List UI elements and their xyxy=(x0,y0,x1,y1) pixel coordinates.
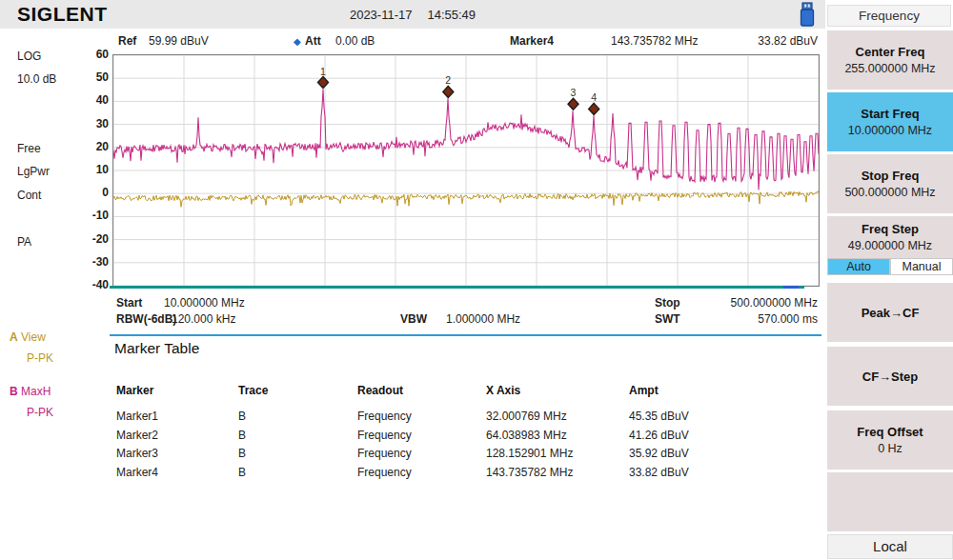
usb-icon xyxy=(797,2,818,28)
y-axis-tick: 0 xyxy=(80,186,109,199)
y-axis-tick: -40 xyxy=(80,278,109,291)
ref-label: Ref xyxy=(118,34,136,48)
amp-scale-type-label: LOG xyxy=(17,50,41,63)
trace-b-status: B MaxH xyxy=(10,385,51,398)
cell: 128.152901 MHz xyxy=(486,447,629,466)
start-label: Start xyxy=(116,296,142,310)
cf-to-step-button[interactable]: CF→Step xyxy=(827,347,953,406)
detector-mode-label: LgPwr xyxy=(17,165,50,178)
freq-step-mode-toggle: Auto Manual xyxy=(827,258,953,275)
cell: 143.735782 MHz xyxy=(486,466,629,485)
center-freq-button[interactable]: Center Freq 255.000000 MHz xyxy=(827,30,953,90)
stop-value: 500.000000 MHz xyxy=(713,296,818,310)
y-axis-tick: -20 xyxy=(80,232,109,246)
y-axis-tick: 10 xyxy=(80,163,109,176)
datetime: 2023-11-1714:55:49 xyxy=(0,8,825,22)
button-title: Peak→CF xyxy=(827,306,953,320)
cell: Marker2 xyxy=(116,429,238,448)
button-value: 49.000000 MHz xyxy=(827,239,953,252)
blank-softkey[interactable] xyxy=(827,472,953,531)
freq-step-button[interactable]: Freq Step 49.000000 MHz xyxy=(827,216,953,258)
y-axis-tick: 60 xyxy=(80,48,109,61)
button-title: Start Freq xyxy=(827,107,953,121)
button-value: 255.000000 MHz xyxy=(827,62,953,75)
marker-table-title: Marker Table xyxy=(114,340,199,357)
cell: B xyxy=(238,410,357,429)
softkey-menu: Frequency Center Freq 255.000000 MHz Sta… xyxy=(825,0,953,560)
cell: Frequency xyxy=(357,466,486,485)
cell: 32.000769 MHz xyxy=(486,410,629,429)
col-header: X Axis xyxy=(486,384,629,410)
y-axis-tick: 50 xyxy=(80,70,109,84)
cell: B xyxy=(238,466,357,485)
col-header: Trace xyxy=(238,384,357,410)
spectrum-analyzer-screen: SIGLENT 2023-11-1714:55:49 LOG 10.0 dB F… xyxy=(0,0,953,560)
cell: 45.35 dBuV xyxy=(629,410,753,429)
y-axis-tick: -10 xyxy=(80,209,109,222)
marker-diamond-3[interactable] xyxy=(568,98,578,110)
trace-b-mode: MaxH xyxy=(21,385,51,398)
att-label: Att xyxy=(305,34,321,48)
table-row: Marker1 B Frequency 32.000769 MHz 45.35 … xyxy=(116,410,802,429)
trace-b-id: B xyxy=(10,385,18,398)
col-header: Ampt xyxy=(629,384,753,410)
trace-a-detector: P-PK xyxy=(27,351,53,365)
button-title: CF→Step xyxy=(827,370,953,384)
start-freq-button[interactable]: Start Freq 10.000000 MHz xyxy=(827,92,953,151)
button-value: 0 Hz xyxy=(827,442,953,455)
cell: B xyxy=(238,447,357,466)
vbw-value: 1.000000 MHz xyxy=(446,312,520,326)
marker-table: Marker Trace Readout X Axis Ampt Marker1… xyxy=(116,384,802,485)
active-marker-ampt: 33.82 dBuV xyxy=(741,34,818,48)
preamp-label: PA xyxy=(17,235,31,249)
rbw-value: 120.000 kHz xyxy=(172,312,235,326)
table-row: Marker4 B Frequency 143.735782 MHz 33.82… xyxy=(116,466,802,485)
cell: Frequency xyxy=(357,410,486,429)
cell: 64.038983 MHz xyxy=(486,429,629,448)
swt-value: 570.000 ms xyxy=(713,312,818,326)
button-value: 500.000000 MHz xyxy=(827,186,953,199)
y-axis-tick: 30 xyxy=(80,117,109,130)
marker-number-2: 2 xyxy=(445,74,451,86)
marker-number-3: 3 xyxy=(571,87,577,98)
button-title: Freq Step xyxy=(827,222,953,236)
trigger-label: Free xyxy=(17,142,41,155)
scale-per-div-label: 10.0 dB xyxy=(17,72,56,86)
time-text: 14:55:49 xyxy=(427,8,476,22)
button-title: Freq Offset xyxy=(827,425,953,439)
table-row: Marker2 B Frequency 64.038983 MHz 41.26 … xyxy=(116,429,802,448)
y-axis-tick: 20 xyxy=(80,140,109,153)
auto-option[interactable]: Auto xyxy=(827,258,890,275)
stop-freq-button[interactable]: Stop Freq 500.000000 MHz xyxy=(827,154,953,213)
manual-option[interactable]: Manual xyxy=(890,258,953,275)
cell: Marker1 xyxy=(116,410,238,429)
marker-diamond-2[interactable] xyxy=(443,86,454,97)
ref-value: 59.99 dBuV xyxy=(149,34,209,48)
marker-diamond-4[interactable] xyxy=(589,103,599,114)
button-title: Stop Freq xyxy=(827,169,953,183)
button-value: 10.000000 MHz xyxy=(827,124,953,137)
local-button[interactable]: Local xyxy=(827,534,953,559)
diamond-icon: ◆ xyxy=(294,36,301,47)
active-marker-label: Marker4 xyxy=(510,34,554,48)
marker-number-4: 4 xyxy=(591,91,597,103)
date-text: 2023-11-17 xyxy=(350,8,413,22)
cell: 35.92 dBuV xyxy=(629,447,753,466)
trace-a-id: A xyxy=(10,330,18,344)
att-value: 0.00 dB xyxy=(335,34,375,48)
freq-offset-button[interactable]: Freq Offset 0 Hz xyxy=(827,410,953,470)
cell: 33.82 dBuV xyxy=(629,466,753,485)
marker-table-header: Marker Trace Readout X Axis Ampt xyxy=(116,384,802,410)
top-bar: SIGLENT 2023-11-1714:55:49 xyxy=(0,0,825,29)
cell: Marker3 xyxy=(116,447,238,466)
button-title: Center Freq xyxy=(827,45,953,59)
cell: B xyxy=(238,429,357,448)
cell: 41.26 dBuV xyxy=(629,429,753,448)
section-divider xyxy=(110,334,821,336)
trace-a-status: A View xyxy=(10,330,46,344)
sweep-cursor xyxy=(783,286,799,289)
col-header: Marker xyxy=(116,384,238,410)
peak-to-cf-button[interactable]: Peak→CF xyxy=(827,283,953,342)
y-axis-tick: -30 xyxy=(80,255,109,269)
cell: Marker4 xyxy=(116,466,238,485)
